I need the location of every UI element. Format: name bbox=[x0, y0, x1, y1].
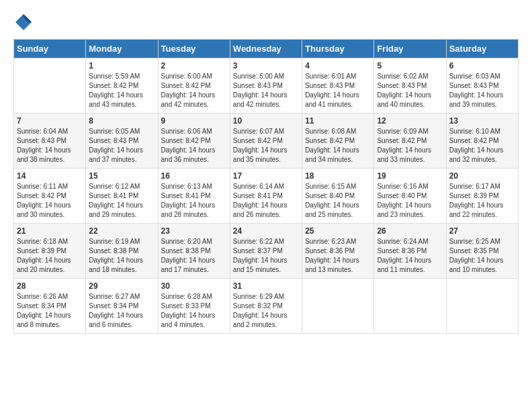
day-number: 25 bbox=[305, 226, 371, 236]
day-number: 22 bbox=[89, 226, 154, 236]
calendar-cell: 3Sunrise: 6:00 AMSunset: 8:43 PMDaylight… bbox=[230, 58, 302, 113]
cell-info: Sunrise: 6:07 AMSunset: 8:42 PMDaylight:… bbox=[233, 127, 299, 165]
day-number: 2 bbox=[161, 61, 227, 71]
calendar-cell: 2Sunrise: 6:00 AMSunset: 8:42 PMDaylight… bbox=[158, 58, 230, 113]
cell-info: Sunrise: 6:27 AMSunset: 8:34 PMDaylight:… bbox=[89, 292, 154, 330]
calendar-cell: 23Sunrise: 6:20 AMSunset: 8:38 PMDayligh… bbox=[158, 224, 230, 279]
calendar-cell: 15Sunrise: 6:12 AMSunset: 8:41 PMDayligh… bbox=[86, 169, 158, 224]
calendar-cell: 8Sunrise: 6:05 AMSunset: 8:43 PMDaylight… bbox=[86, 113, 158, 169]
logo-icon bbox=[13, 12, 34, 32]
calendar-cell: 31Sunrise: 6:29 AMSunset: 8:32 PMDayligh… bbox=[230, 279, 302, 334]
day-number: 5 bbox=[377, 61, 443, 71]
day-number: 13 bbox=[449, 116, 515, 126]
cell-info: Sunrise: 6:29 AMSunset: 8:32 PMDaylight:… bbox=[233, 292, 299, 330]
header-day: Wednesday bbox=[230, 40, 302, 58]
header-day: Monday bbox=[86, 40, 158, 58]
day-number: 10 bbox=[233, 116, 299, 126]
header-day: Tuesday bbox=[158, 40, 230, 58]
cell-info: Sunrise: 6:22 AMSunset: 8:37 PMDaylight:… bbox=[233, 237, 299, 275]
calendar-cell: 27Sunrise: 6:25 AMSunset: 8:35 PMDayligh… bbox=[446, 224, 518, 279]
cell-info: Sunrise: 6:20 AMSunset: 8:38 PMDaylight:… bbox=[161, 237, 227, 275]
calendar-cell: 16Sunrise: 6:13 AMSunset: 8:41 PMDayligh… bbox=[158, 169, 230, 224]
day-number: 1 bbox=[89, 61, 154, 71]
cell-info: Sunrise: 6:16 AMSunset: 8:40 PMDaylight:… bbox=[377, 182, 443, 220]
day-number: 18 bbox=[305, 171, 371, 181]
day-number: 28 bbox=[17, 281, 83, 291]
calendar-cell: 19Sunrise: 6:16 AMSunset: 8:40 PMDayligh… bbox=[374, 169, 446, 224]
cell-info: Sunrise: 6:24 AMSunset: 8:36 PMDaylight:… bbox=[377, 237, 443, 275]
calendar-cell: 11Sunrise: 6:08 AMSunset: 8:42 PMDayligh… bbox=[302, 113, 374, 169]
day-number: 31 bbox=[233, 281, 299, 291]
calendar-cell: 21Sunrise: 6:18 AMSunset: 8:39 PMDayligh… bbox=[14, 224, 86, 279]
cell-info: Sunrise: 6:00 AMSunset: 8:42 PMDaylight:… bbox=[161, 72, 227, 109]
calendar-header: SundayMondayTuesdayWednesdayThursdayFrid… bbox=[14, 40, 519, 58]
calendar-cell: 12Sunrise: 6:09 AMSunset: 8:42 PMDayligh… bbox=[374, 113, 446, 169]
calendar-cell: 7Sunrise: 6:04 AMSunset: 8:43 PMDaylight… bbox=[14, 113, 86, 169]
calendar-cell: 18Sunrise: 6:15 AMSunset: 8:40 PMDayligh… bbox=[302, 169, 374, 224]
calendar-week-row: 28Sunrise: 6:26 AMSunset: 8:34 PMDayligh… bbox=[14, 279, 519, 334]
calendar-cell: 22Sunrise: 6:19 AMSunset: 8:38 PMDayligh… bbox=[86, 224, 158, 279]
day-number: 30 bbox=[161, 281, 227, 291]
calendar-week-row: 14Sunrise: 6:11 AMSunset: 8:42 PMDayligh… bbox=[14, 169, 519, 224]
calendar-cell: 9Sunrise: 6:06 AMSunset: 8:42 PMDaylight… bbox=[158, 113, 230, 169]
day-number: 4 bbox=[305, 61, 371, 71]
calendar-cell: 5Sunrise: 6:02 AMSunset: 8:43 PMDaylight… bbox=[374, 58, 446, 113]
day-number: 9 bbox=[161, 116, 227, 126]
calendar-cell: 20Sunrise: 6:17 AMSunset: 8:39 PMDayligh… bbox=[446, 169, 518, 224]
cell-info: Sunrise: 6:23 AMSunset: 8:36 PMDaylight:… bbox=[305, 237, 371, 275]
cell-info: Sunrise: 6:10 AMSunset: 8:42 PMDaylight:… bbox=[449, 127, 515, 165]
day-number: 12 bbox=[377, 116, 443, 126]
calendar-cell: 14Sunrise: 6:11 AMSunset: 8:42 PMDayligh… bbox=[14, 169, 86, 224]
cell-info: Sunrise: 6:19 AMSunset: 8:38 PMDaylight:… bbox=[89, 237, 154, 275]
calendar-week-row: 7Sunrise: 6:04 AMSunset: 8:43 PMDaylight… bbox=[14, 113, 519, 169]
calendar-cell bbox=[446, 279, 518, 334]
header bbox=[13, 12, 519, 32]
day-number: 23 bbox=[161, 226, 227, 236]
cell-info: Sunrise: 6:09 AMSunset: 8:42 PMDaylight:… bbox=[377, 127, 443, 165]
calendar-week-row: 1Sunrise: 5:59 AMSunset: 8:42 PMDaylight… bbox=[14, 58, 519, 113]
calendar-cell: 28Sunrise: 6:26 AMSunset: 8:34 PMDayligh… bbox=[14, 279, 86, 334]
cell-info: Sunrise: 6:26 AMSunset: 8:34 PMDaylight:… bbox=[17, 292, 83, 330]
calendar-cell: 30Sunrise: 6:28 AMSunset: 8:33 PMDayligh… bbox=[158, 279, 230, 334]
calendar-cell: 13Sunrise: 6:10 AMSunset: 8:42 PMDayligh… bbox=[446, 113, 518, 169]
cell-info: Sunrise: 6:01 AMSunset: 8:43 PMDaylight:… bbox=[305, 72, 371, 109]
cell-info: Sunrise: 6:15 AMSunset: 8:40 PMDaylight:… bbox=[305, 182, 371, 220]
header-row: SundayMondayTuesdayWednesdayThursdayFrid… bbox=[14, 40, 519, 58]
cell-info: Sunrise: 6:08 AMSunset: 8:42 PMDaylight:… bbox=[305, 127, 371, 165]
calendar-cell: 17Sunrise: 6:14 AMSunset: 8:41 PMDayligh… bbox=[230, 169, 302, 224]
cell-info: Sunrise: 6:02 AMSunset: 8:43 PMDaylight:… bbox=[377, 72, 443, 109]
cell-info: Sunrise: 6:12 AMSunset: 8:41 PMDaylight:… bbox=[89, 182, 154, 220]
header-day: Thursday bbox=[302, 40, 374, 58]
cell-info: Sunrise: 6:17 AMSunset: 8:39 PMDaylight:… bbox=[449, 182, 515, 220]
cell-info: Sunrise: 6:13 AMSunset: 8:41 PMDaylight:… bbox=[161, 182, 227, 220]
day-number: 14 bbox=[17, 171, 83, 181]
logo bbox=[13, 12, 36, 32]
day-number: 3 bbox=[233, 61, 299, 71]
calendar-cell: 25Sunrise: 6:23 AMSunset: 8:36 PMDayligh… bbox=[302, 224, 374, 279]
cell-info: Sunrise: 6:25 AMSunset: 8:35 PMDaylight:… bbox=[449, 237, 515, 275]
cell-info: Sunrise: 5:59 AMSunset: 8:42 PMDaylight:… bbox=[89, 72, 154, 109]
day-number: 15 bbox=[89, 171, 154, 181]
page: SundayMondayTuesdayWednesdayThursdayFrid… bbox=[0, 0, 532, 340]
day-number: 7 bbox=[17, 116, 83, 126]
cell-info: Sunrise: 6:28 AMSunset: 8:33 PMDaylight:… bbox=[161, 292, 227, 330]
cell-info: Sunrise: 6:06 AMSunset: 8:42 PMDaylight:… bbox=[161, 127, 227, 165]
calendar-cell: 1Sunrise: 5:59 AMSunset: 8:42 PMDaylight… bbox=[86, 58, 158, 113]
calendar-cell: 10Sunrise: 6:07 AMSunset: 8:42 PMDayligh… bbox=[230, 113, 302, 169]
day-number: 19 bbox=[377, 171, 443, 181]
day-number: 24 bbox=[233, 226, 299, 236]
cell-info: Sunrise: 6:05 AMSunset: 8:43 PMDaylight:… bbox=[89, 127, 154, 165]
calendar-cell: 4Sunrise: 6:01 AMSunset: 8:43 PMDaylight… bbox=[302, 58, 374, 113]
cell-info: Sunrise: 6:18 AMSunset: 8:39 PMDaylight:… bbox=[17, 237, 83, 275]
header-day: Saturday bbox=[446, 40, 518, 58]
day-number: 26 bbox=[377, 226, 443, 236]
day-number: 11 bbox=[305, 116, 371, 126]
calendar-cell: 24Sunrise: 6:22 AMSunset: 8:37 PMDayligh… bbox=[230, 224, 302, 279]
calendar-cell bbox=[14, 58, 86, 113]
calendar-cell bbox=[302, 279, 374, 334]
cell-info: Sunrise: 6:11 AMSunset: 8:42 PMDaylight:… bbox=[17, 182, 83, 220]
day-number: 16 bbox=[161, 171, 227, 181]
day-number: 20 bbox=[449, 171, 515, 181]
calendar-cell bbox=[374, 279, 446, 334]
calendar-table: SundayMondayTuesdayWednesdayThursdayFrid… bbox=[13, 39, 519, 334]
